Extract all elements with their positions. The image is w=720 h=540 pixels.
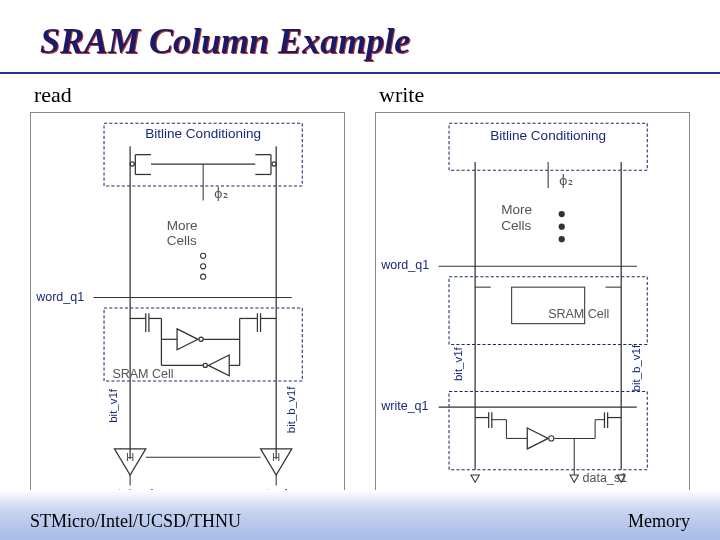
svg-point-52 xyxy=(559,224,565,230)
svg-point-30 xyxy=(199,337,203,341)
svg-marker-31 xyxy=(208,355,229,376)
write-bit-left: bit_v1f xyxy=(452,346,464,381)
svg-rect-59 xyxy=(449,391,647,469)
read-column: read Bitline Conditioning xyxy=(30,82,345,482)
read-diagram: Bitline Conditioning ϕ₂ xyxy=(30,112,345,504)
write-more-cells: More xyxy=(501,202,532,217)
write-label: write xyxy=(379,82,690,108)
write-bit-right: bit_b_v1f xyxy=(630,344,642,391)
svg-marker-77 xyxy=(471,475,479,482)
read-bitline-cond: Bitline Conditioning xyxy=(145,126,261,141)
slide-title: SRAM Column Example xyxy=(0,0,720,74)
read-label: read xyxy=(34,82,345,108)
footer: STMicro/Intel/UCSD/THNU Memory xyxy=(0,490,720,540)
svg-text:Cells: Cells xyxy=(167,233,197,248)
svg-point-10 xyxy=(272,162,276,166)
svg-point-17 xyxy=(201,264,206,269)
write-bitline-cond: Bitline Conditioning xyxy=(490,128,606,143)
svg-marker-67 xyxy=(527,428,548,449)
write-cell-label: SRAM Cell xyxy=(548,307,609,321)
svg-point-32 xyxy=(203,363,207,367)
svg-point-18 xyxy=(201,274,206,279)
footer-right: Memory xyxy=(628,511,690,532)
footer-left: STMicro/Intel/UCSD/THNU xyxy=(30,511,241,532)
read-sa-right: H xyxy=(272,451,280,463)
svg-point-5 xyxy=(130,162,134,166)
write-data: data_s1 xyxy=(583,471,628,485)
write-q1: write_q1 xyxy=(380,399,428,413)
read-bit-left: bit_v1f xyxy=(107,388,119,423)
svg-point-51 xyxy=(559,211,565,217)
read-more-cells: More xyxy=(167,218,198,233)
write-phi: ϕ₂ xyxy=(559,174,573,188)
write-column: write Bitline Conditioning ϕ₂ More Cells… xyxy=(375,82,690,482)
svg-point-16 xyxy=(201,253,206,258)
content-area: read Bitline Conditioning xyxy=(0,82,720,482)
read-cell-label: SRAM Cell xyxy=(112,367,173,381)
write-diagram: Bitline Conditioning ϕ₂ More Cells word_… xyxy=(375,112,690,504)
read-bit-right: bit_b_v1f xyxy=(285,386,297,433)
svg-marker-76 xyxy=(570,475,578,482)
write-word: word_q1 xyxy=(380,258,429,272)
svg-text:Cells: Cells xyxy=(501,218,531,233)
read-word: word_q1 xyxy=(35,290,84,304)
read-sa-left: H xyxy=(126,451,134,463)
read-phi: ϕ₂ xyxy=(214,187,228,201)
svg-marker-29 xyxy=(177,329,198,350)
svg-point-53 xyxy=(559,236,565,242)
